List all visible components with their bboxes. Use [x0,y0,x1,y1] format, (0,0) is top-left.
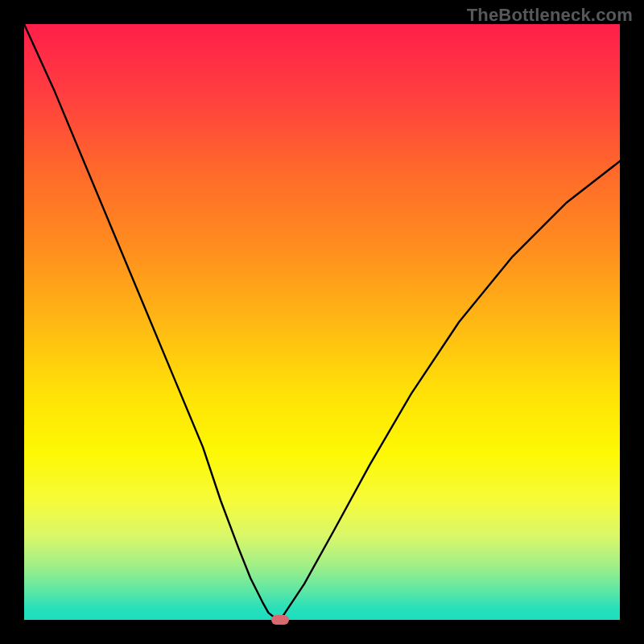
plot-area [24,24,620,620]
min-marker [271,615,289,625]
curve-layer [24,24,620,620]
bottleneck-curve [24,24,620,620]
watermark-text: TheBottleneck.com [467,5,633,26]
chart-frame: TheBottleneck.com [0,0,644,644]
